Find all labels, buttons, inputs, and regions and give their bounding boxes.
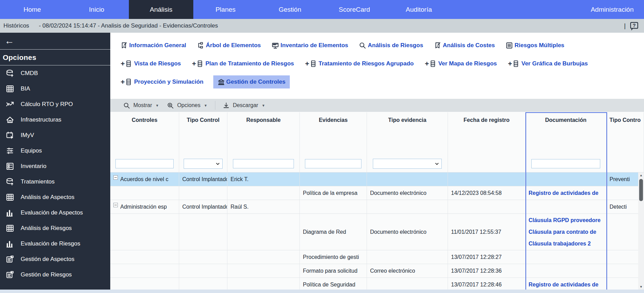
filter-input-evidencias[interactable] bbox=[305, 159, 361, 168]
sidebar-item-calculo-rto-y-rpo[interactable]: Cálculo RTO y RPO bbox=[0, 96, 110, 112]
sidebar-item-imyv[interactable]: IMyV bbox=[0, 127, 110, 143]
cell-tipo-control bbox=[179, 250, 227, 264]
cell-responsable bbox=[227, 214, 300, 250]
sliders-icon bbox=[6, 147, 14, 155]
sidebar-item-inventario[interactable]: Inventario bbox=[0, 158, 110, 174]
filter-input-documentacion[interactable] bbox=[531, 159, 601, 168]
toolbar-menu-label: Opciones bbox=[177, 102, 201, 108]
toolbar-menu-mostrar[interactable]: Mostrar▼ bbox=[119, 102, 163, 109]
column-header-label: Responsable bbox=[246, 117, 281, 123]
tab-riesgos-multiples[interactable]: Riesgos Múltiples bbox=[504, 39, 566, 52]
collapse-icon[interactable] bbox=[113, 203, 118, 207]
responsable-value: Erick T. bbox=[231, 176, 248, 182]
scroll-down-icon[interactable]: ▼ bbox=[640, 285, 643, 289]
window-icon bbox=[125, 79, 132, 85]
control-name: Acuerdos de nivel c bbox=[120, 176, 168, 182]
sidebar-item-gestion-de-riesgos[interactable]: Gestión de Riesgos bbox=[0, 267, 110, 282]
nav-tab-auditoria[interactable]: Auditoría bbox=[387, 0, 451, 19]
tab-label: Proyección y Simulación bbox=[134, 79, 203, 85]
tab-tratamiento-de-riesgos-agrupado[interactable]: +Tratamiento de Riesgos Agrupado bbox=[304, 57, 415, 71]
sidebar-item-equipos[interactable]: Equipos bbox=[0, 143, 110, 158]
evidencia-name: Formato para solicitud bbox=[303, 268, 357, 274]
breadcrumb: Históricos - 08/02/2024 15:14:47 - Anali… bbox=[0, 19, 644, 33]
tab-informacion-general[interactable]: Información General bbox=[119, 39, 187, 52]
cell-controles: Acuerdos de nivel c bbox=[110, 172, 179, 186]
tab-vista-de-riesgos[interactable]: +Vista de Riesgos bbox=[119, 57, 182, 71]
tab-analisis-de-costes[interactable]: Análisis de Costes bbox=[433, 39, 496, 52]
nav-tab-planes[interactable]: Planes bbox=[193, 0, 258, 19]
column-header-tipo-control[interactable]: Tipo Control bbox=[179, 112, 227, 155]
nav-tab-gestion[interactable]: Gestión bbox=[258, 0, 322, 19]
toolbar-menu-opciones[interactable]: Opciones▼ bbox=[163, 102, 212, 109]
tipo-evidencia-value: Correo electrónico bbox=[370, 268, 415, 274]
tab-plan-de-tratamiento-de-riesgos[interactable]: +Plan de Tratamiento de Riesgos bbox=[191, 57, 295, 71]
tab-arbol-de-elementos[interactable]: Árbol de Elementos bbox=[196, 39, 262, 52]
sidebar-item-label: Análisis de Riesgos bbox=[21, 225, 72, 232]
tab-row-2: +Vista de Riesgos+Plan de Tratamiento de… bbox=[119, 56, 644, 71]
column-header-tipo-contro[interactable]: Tipo Contro bbox=[606, 112, 644, 155]
main-panel: Información GeneralÁrbol de ElementosInv… bbox=[110, 33, 644, 293]
column-header-responsable[interactable]: Responsable bbox=[227, 112, 300, 155]
help-icon[interactable]: ? bbox=[630, 22, 638, 30]
document-link[interactable]: Registro de actividades de bbox=[529, 279, 599, 291]
table-filter-row bbox=[110, 155, 644, 172]
document-link[interactable]: Cláusula para contrato de bbox=[529, 226, 601, 238]
sidebar-item-cmdb[interactable]: CMDB bbox=[0, 65, 110, 81]
tab-ver-mapa-de-riesgos[interactable]: +Ver Mapa de Riesgos bbox=[423, 57, 498, 71]
tab-inventario-de-elementos[interactable]: Inventario de Elementos bbox=[270, 39, 350, 52]
cell-documentacion bbox=[525, 250, 606, 264]
nav-tab-administracion[interactable]: Administración bbox=[580, 0, 644, 19]
filter-select-tipo-evidencia[interactable] bbox=[373, 159, 442, 169]
document-link[interactable]: Registro de actividades de bbox=[529, 187, 599, 199]
sidebar-item-infraestructuras[interactable]: Infraestructuras bbox=[0, 112, 110, 127]
filter-input-controles[interactable] bbox=[115, 159, 173, 168]
nav-tab-inicio[interactable]: Inicio bbox=[64, 0, 129, 19]
vertical-scrollbar[interactable]: ▲ ▼ bbox=[638, 172, 644, 290]
tab-analisis-de-riesgos[interactable]: Análisis de Riesgos bbox=[358, 39, 425, 52]
column-header-evidencias[interactable]: Evidencias bbox=[300, 112, 367, 155]
window-icon bbox=[310, 60, 317, 67]
sidebar-item-analisis-de-riesgos[interactable]: Análisis de Riesgos bbox=[0, 220, 110, 236]
sidebar-item-evaluacion-de-aspectos[interactable]: Evaluación de Aspectos bbox=[0, 205, 110, 220]
report-icon bbox=[6, 255, 14, 263]
responsable-value: Raúl S. bbox=[231, 204, 248, 210]
document-link[interactable]: Cláusula trabajadores 2 bbox=[529, 238, 601, 250]
document-link[interactable]: Cláusula RGPD proveedore bbox=[529, 214, 601, 226]
grid-icon bbox=[6, 224, 14, 232]
tab-proyeccion-y-simulacion[interactable]: +Proyección y Simulación bbox=[119, 75, 205, 89]
nav-tab-scorecard[interactable]: ScoreCard bbox=[322, 0, 387, 19]
nav-tab-home[interactable]: Home bbox=[0, 0, 64, 19]
tab-gestion-de-controles[interactable]: Gestión de Controles bbox=[213, 75, 290, 88]
sidebar-item-analisis-de-aspectos[interactable]: Análisis de Aspectos bbox=[0, 189, 110, 205]
grid-icon bbox=[6, 193, 14, 201]
horizontal-scrollbar[interactable] bbox=[0, 290, 644, 293]
documentacion-links: Cláusula RGPD proveedoreCláusula para co… bbox=[529, 214, 601, 250]
collapse-icon[interactable] bbox=[113, 175, 118, 180]
filter-input-responsable[interactable] bbox=[233, 159, 294, 168]
sidebar-back-button[interactable]: ← bbox=[0, 33, 110, 50]
toolbar-menu-label: Descargar bbox=[233, 102, 258, 108]
column-header-fecha-de-registro[interactable]: Fecha de registro bbox=[448, 112, 525, 155]
evidencia-name: Política de la empresa bbox=[303, 190, 357, 196]
scrollbar-thumb[interactable] bbox=[639, 179, 643, 201]
sidebar-item-bia[interactable]: BIA bbox=[0, 81, 110, 96]
cell-responsable bbox=[227, 264, 300, 278]
sidebar-item-label: Gestión de Riesgos bbox=[21, 271, 72, 278]
controls-table: ControlesTipo ControlResponsableEvidenci… bbox=[110, 112, 644, 293]
column-header-controles[interactable]: Controles bbox=[110, 112, 179, 155]
sidebar-item-tratamientos[interactable]: Tratamientos bbox=[0, 174, 110, 189]
toolbar-menu-descargar[interactable]: Descargar▼ bbox=[219, 102, 269, 109]
tab-ver-grafica-de-burbujas[interactable]: +Ver Gráfica de Burbujas bbox=[507, 57, 589, 71]
cell-fecha-registro: 11/01/2017 12:55:37 bbox=[448, 214, 525, 250]
evidencia-name: Política de Seguridad bbox=[303, 282, 355, 288]
column-header-documentacion[interactable]: Documentación bbox=[525, 112, 606, 155]
view-tabs: Información GeneralÁrbol de ElementosInv… bbox=[110, 33, 644, 99]
scroll-up-icon[interactable]: ▲ bbox=[640, 174, 643, 177]
filter-select-tipo-control[interactable] bbox=[184, 159, 223, 169]
tipo-control-value: Control Implantado bbox=[182, 176, 227, 182]
sidebar-item-label: Gestión de Aspectos bbox=[21, 256, 74, 263]
sidebar-item-gestion-de-aspectos[interactable]: Gestión de Aspectos bbox=[0, 251, 110, 267]
column-header-tipo-evidencia[interactable]: Tipo evidencia bbox=[367, 112, 448, 155]
sidebar-item-evaluacion-de-riesgos[interactable]: Evaluación de Riesgos bbox=[0, 236, 110, 251]
nav-tab-analisis[interactable]: Análisis bbox=[129, 0, 193, 19]
